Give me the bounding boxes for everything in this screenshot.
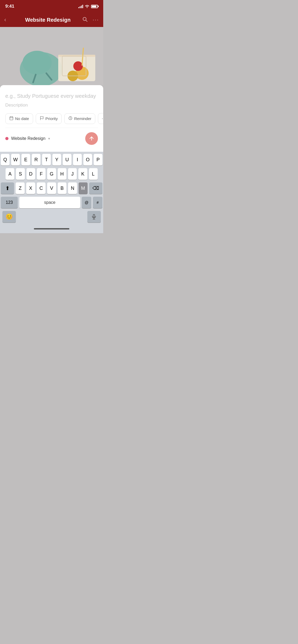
toolbar: No date Priority Reminder ··· (5, 113, 98, 124)
key-g[interactable]: G (47, 168, 56, 180)
key-y[interactable]: Y (52, 154, 61, 165)
svg-line-1 (86, 20, 87, 21)
nav-bar: ‹ Website Redesign ··· (0, 13, 103, 27)
flag-icon (40, 116, 44, 121)
svg-point-11 (73, 61, 83, 71)
keyboard-emoji-mic-row: 😊 (1, 210, 102, 224)
key-c[interactable]: C (37, 182, 46, 194)
key-b[interactable]: B (58, 182, 67, 194)
key-f[interactable]: F (37, 168, 46, 180)
key-r[interactable]: R (32, 154, 40, 165)
key-t[interactable]: T (42, 154, 51, 165)
emoji-key[interactable]: 😊 (2, 211, 16, 223)
send-button[interactable] (85, 132, 98, 145)
calendar-icon (9, 116, 13, 121)
project-name: Website Redesign (11, 136, 46, 141)
key-s[interactable]: S (16, 168, 25, 180)
no-date-label: No date (15, 116, 29, 121)
reminder-button[interactable]: Reminder (64, 113, 95, 124)
key-o[interactable]: O (83, 154, 92, 165)
key-q[interactable]: Q (1, 154, 10, 165)
key-z[interactable]: Z (16, 182, 25, 194)
keyboard-row-3: ⬆ Z X C V B N M ⌫ (1, 182, 102, 194)
project-info[interactable]: Website Redesign ▾ (5, 136, 50, 141)
battery-icon (91, 5, 98, 8)
hash-key[interactable]: # (93, 197, 102, 208)
key-d[interactable]: D (26, 168, 35, 180)
illustration-area (0, 27, 103, 85)
wifi-icon (85, 4, 89, 9)
backspace-key[interactable]: ⌫ (89, 182, 102, 194)
chevron-down-icon: ▾ (48, 136, 50, 141)
status-icons (78, 4, 98, 9)
svg-rect-14 (10, 117, 13, 120)
key-a[interactable]: A (6, 168, 14, 180)
key-u[interactable]: U (63, 154, 71, 165)
key-m[interactable]: M (79, 182, 88, 194)
key-e[interactable]: E (21, 154, 30, 165)
key-n[interactable]: N (68, 182, 77, 194)
key-w[interactable]: W (11, 154, 20, 165)
at-key[interactable]: @ (82, 197, 91, 208)
key-j[interactable]: J (68, 168, 77, 180)
priority-button[interactable]: Priority (36, 113, 62, 124)
key-i[interactable]: I (73, 154, 82, 165)
numbers-key[interactable]: 123 (1, 197, 18, 208)
space-key[interactable]: space (19, 197, 80, 208)
key-k[interactable]: K (78, 168, 87, 180)
shift-key[interactable]: ⬆ (1, 182, 14, 194)
more-options-label: ··· (102, 116, 103, 121)
bottom-sheet: e.g., Study Portuguese every weekday Des… (0, 85, 103, 152)
key-p[interactable]: P (94, 154, 102, 165)
description-input[interactable]: Description (5, 103, 98, 108)
task-input[interactable]: e.g., Study Portuguese every weekday (5, 93, 98, 99)
nav-title: Website Redesign (25, 17, 71, 23)
keyboard: Q W E R T Y U I O P A S D F G H J K L ⬆ … (0, 152, 103, 224)
keyboard-row-1: Q W E R T Y U I O P (1, 154, 102, 165)
no-date-button[interactable]: No date (5, 113, 33, 124)
nav-actions: ··· (82, 16, 99, 24)
search-button[interactable] (82, 16, 88, 24)
key-h[interactable]: H (58, 168, 66, 180)
key-l[interactable]: L (89, 168, 98, 180)
key-x[interactable]: X (26, 182, 35, 194)
status-time: 9:41 (5, 4, 14, 9)
mic-key[interactable] (87, 211, 101, 223)
priority-label: Priority (46, 116, 58, 121)
reminder-label: Reminder (74, 116, 91, 121)
back-button[interactable]: ‹ (4, 16, 14, 23)
more-button[interactable]: ··· (93, 16, 99, 23)
keyboard-row-4: 123 space @ # (1, 197, 102, 208)
project-dot (5, 137, 8, 140)
svg-rect-21 (93, 214, 95, 217)
svg-point-4 (22, 51, 52, 75)
home-indicator (0, 224, 103, 233)
home-bar (34, 228, 69, 229)
signal-icon (78, 4, 83, 8)
more-options-button[interactable]: ··· (98, 113, 103, 124)
keyboard-row-2: A S D F G H J K L (1, 168, 102, 180)
status-bar: 9:41 (0, 0, 103, 13)
key-v[interactable]: V (47, 182, 56, 194)
project-row: Website Redesign ▾ (5, 128, 98, 148)
reminder-icon (68, 116, 73, 121)
